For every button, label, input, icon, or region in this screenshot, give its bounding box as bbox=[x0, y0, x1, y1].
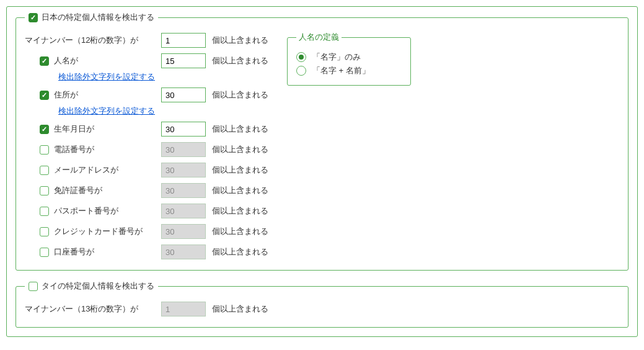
item-checkbox[interactable] bbox=[40, 166, 49, 175]
thai-legend: タイの特定個人情報を検出する bbox=[25, 280, 158, 292]
item-checkbox[interactable] bbox=[40, 145, 49, 155]
item-label: 人名が bbox=[54, 55, 78, 66]
item-suffix: 個以上含まれる bbox=[212, 55, 268, 66]
item-suffix: 個以上含まれる bbox=[212, 185, 268, 196]
item-input[interactable] bbox=[161, 53, 206, 68]
item-label: 生年月日が bbox=[54, 123, 94, 135]
japan-group: 日本の特定個人情報を検出する マイナンバー（12桁の数字）が 個以上含まれる 人… bbox=[15, 12, 629, 271]
name-def-option[interactable]: 「名字」のみ bbox=[296, 52, 399, 63]
exclude-link[interactable]: 検出除外文字列を設定する bbox=[58, 72, 155, 81]
item-suffix: 個以上含まれる bbox=[212, 144, 268, 155]
item-label: パスポート番号が bbox=[54, 205, 118, 217]
thai-mynumber-suffix: 個以上含まれる bbox=[212, 303, 268, 315]
japan-checkbox[interactable] bbox=[29, 13, 38, 22]
japan-item-row: 電話番号が個以上含まれる bbox=[25, 141, 268, 158]
japan-left-column: マイナンバー（12桁の数字）が 個以上含まれる 人名が個以上含まれる検出除外文字… bbox=[25, 32, 268, 264]
item-suffix: 個以上含まれる bbox=[212, 246, 268, 258]
item-label: 住所が bbox=[54, 89, 78, 101]
name-def-label: 「名字」のみ bbox=[312, 52, 361, 63]
thai-checkbox[interactable] bbox=[29, 282, 38, 291]
name-def-label: 「名字 + 名前」 bbox=[312, 65, 370, 76]
japan-item-row: 人名が個以上含まれる bbox=[25, 52, 268, 70]
thai-mynumber-label: マイナンバー（13桁の数字）が bbox=[25, 303, 138, 315]
japan-item-row: 口座番号が個以上含まれる bbox=[25, 243, 268, 261]
japan-item-row: パスポート番号が個以上含まれる bbox=[25, 202, 268, 220]
name-definition-title: 人名の定義 bbox=[296, 32, 342, 43]
japan-title: 日本の特定個人情報を検出する bbox=[42, 12, 154, 23]
radio-icon bbox=[296, 66, 306, 76]
item-input[interactable] bbox=[161, 204, 206, 218]
exclude-link[interactable]: 検出除外文字列を設定する bbox=[58, 106, 155, 115]
japan-mynumber-label: マイナンバー（12桁の数字）が bbox=[25, 35, 138, 46]
item-label: 口座番号が bbox=[54, 246, 94, 258]
item-input[interactable] bbox=[161, 88, 206, 102]
item-checkbox[interactable] bbox=[40, 248, 49, 257]
item-suffix: 個以上含まれる bbox=[212, 164, 268, 176]
japan-mynumber-input[interactable] bbox=[161, 33, 206, 48]
japan-item-row: 免許証番号が個以上含まれる bbox=[25, 182, 268, 199]
item-label: 免許証番号が bbox=[54, 185, 102, 196]
item-suffix: 個以上含まれる bbox=[212, 205, 268, 217]
item-input[interactable] bbox=[161, 183, 206, 198]
japan-item-row: 住所が個以上含まれる bbox=[25, 86, 268, 104]
item-input[interactable] bbox=[161, 224, 206, 239]
item-suffix: 個以上含まれる bbox=[212, 89, 268, 101]
thai-title: タイの特定個人情報を検出する bbox=[42, 280, 154, 292]
item-checkbox[interactable] bbox=[40, 125, 49, 134]
item-suffix: 個以上含まれる bbox=[212, 226, 268, 237]
name-def-option[interactable]: 「名字 + 名前」 bbox=[296, 65, 399, 76]
japan-mynumber-row: マイナンバー（12桁の数字）が 個以上含まれる bbox=[25, 32, 268, 49]
item-checkbox[interactable] bbox=[40, 91, 49, 100]
japan-item-row: メールアドレスが個以上含まれる bbox=[25, 161, 268, 179]
item-label: 電話番号が bbox=[54, 144, 94, 155]
name-definition-group: 人名の定義 「名字」のみ「名字 + 名前」 bbox=[287, 32, 411, 86]
item-input[interactable] bbox=[161, 163, 206, 177]
settings-panel: 日本の特定個人情報を検出する マイナンバー（12桁の数字）が 個以上含まれる 人… bbox=[6, 6, 638, 337]
item-checkbox[interactable] bbox=[40, 186, 49, 195]
thai-mynumber-row: マイナンバー（13桁の数字）が 個以上含まれる bbox=[25, 300, 619, 318]
japan-mynumber-suffix: 個以上含まれる bbox=[212, 35, 268, 46]
item-input[interactable] bbox=[161, 122, 206, 137]
japan-legend: 日本の特定個人情報を検出する bbox=[25, 12, 158, 23]
item-suffix: 個以上含まれる bbox=[212, 123, 268, 135]
japan-item-row: クレジットカード番号が個以上含まれる bbox=[25, 223, 268, 240]
thai-group: タイの特定個人情報を検出する マイナンバー（13桁の数字）が 個以上含まれる bbox=[15, 280, 629, 328]
radio-icon bbox=[296, 52, 306, 62]
item-label: クレジットカード番号が bbox=[54, 226, 143, 237]
item-input[interactable] bbox=[161, 142, 206, 157]
item-label: メールアドレスが bbox=[54, 164, 118, 176]
item-input[interactable] bbox=[161, 245, 206, 259]
thai-mynumber-input[interactable] bbox=[161, 302, 206, 316]
item-checkbox[interactable] bbox=[40, 207, 49, 216]
item-checkbox[interactable] bbox=[40, 227, 49, 236]
japan-item-row: 生年月日が個以上含まれる bbox=[25, 120, 268, 138]
item-checkbox[interactable] bbox=[40, 56, 49, 66]
